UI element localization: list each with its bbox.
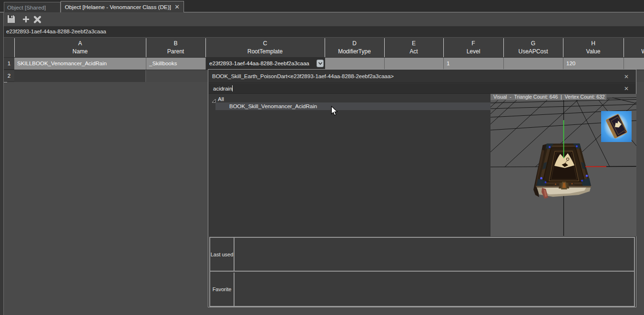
cell-act[interactable] bbox=[385, 58, 444, 70]
column-header-b[interactable]: B Parent bbox=[146, 38, 205, 58]
roottemplate-dropdown-button[interactable] bbox=[317, 60, 324, 67]
last-used-row[interactable]: Last used bbox=[210, 238, 634, 272]
tab-label: Object [Helaene - Venomancer Class (DE)] bbox=[65, 4, 171, 10]
preview-viewport[interactable]: Visual - Triangle Count: 646 | Vertex Co… bbox=[491, 94, 636, 236]
search-value: acidrain bbox=[213, 86, 232, 91]
tree-item-acidrain[interactable]: BOOK_Skill_Venomancer_AcidRain bbox=[215, 102, 491, 110]
cell-useapcost[interactable] bbox=[504, 58, 563, 70]
column-divider bbox=[384, 38, 385, 58]
row-header-1[interactable]: 1 bbox=[4, 58, 14, 70]
cell-modifiertype[interactable] bbox=[325, 58, 385, 70]
column-divider bbox=[563, 38, 563, 58]
column-header-h[interactable]: H Value bbox=[563, 38, 624, 58]
cell-weight[interactable] bbox=[624, 58, 644, 70]
column-header-e[interactable]: E Act bbox=[384, 38, 443, 58]
tab-label: Object [Shared] bbox=[7, 4, 46, 10]
table-row-1: SKILLBOOK_Venomancer_AcidRain _Skillbook… bbox=[14, 58, 644, 70]
column-divider bbox=[443, 38, 444, 58]
left-edge-strip bbox=[0, 13, 4, 315]
formula-value: e23f2893-1aef-44aa-8288-2eebf2a3caaa bbox=[6, 29, 106, 34]
column-divider bbox=[146, 38, 146, 58]
cell-level[interactable]: 1 bbox=[444, 58, 504, 70]
tab-object-shared[interactable]: Object [Shared] bbox=[4, 2, 61, 12]
column-header-c[interactable]: C RootTemplate bbox=[205, 38, 325, 58]
favorite-row[interactable]: Favorite bbox=[210, 273, 634, 306]
tree-node-all[interactable]: All bbox=[209, 95, 491, 103]
column-divider bbox=[624, 38, 624, 58]
tab-close-icon[interactable]: ✕ bbox=[174, 4, 180, 10]
popup-close-icon[interactable]: ✕ bbox=[624, 74, 629, 80]
save-icon[interactable] bbox=[7, 15, 15, 25]
column-header-g[interactable]: G UseAPCost bbox=[503, 38, 563, 58]
roottemplate-picker-popup: BOOK_Skill_Earth_PoisonDart<e23f2893-1ae… bbox=[208, 69, 636, 307]
grid-corner-cell[interactable] bbox=[4, 38, 14, 58]
column-header-f[interactable]: F Level bbox=[443, 38, 503, 58]
column-header-row: A Name B Parent C RootTemplate D Modifie… bbox=[4, 37, 644, 58]
popup-search-input[interactable]: acidrain bbox=[209, 83, 635, 94]
last-used-label: Last used bbox=[210, 238, 235, 271]
search-clear-icon[interactable]: ✕ bbox=[624, 86, 629, 91]
tab-bar: Object [Shared] Object [Helaene - Venoma… bbox=[0, 0, 644, 12]
cell-parent[interactable]: _Skillbooks bbox=[146, 58, 206, 70]
viewport-canvas bbox=[491, 94, 636, 236]
viewport-header: Visual - Triangle Count: 646 | Vertex Co… bbox=[491, 94, 606, 100]
item-thumbnail bbox=[601, 111, 632, 142]
column-divider bbox=[205, 38, 206, 58]
favorite-label: Favorite bbox=[210, 273, 235, 306]
column-header-a[interactable]: A Name bbox=[14, 38, 146, 58]
row-header-2[interactable]: 2 bbox=[4, 70, 14, 82]
cell-roottemplate[interactable]: e23f2893-1aef-44aa-8288-2eebf2a3caaa bbox=[206, 58, 325, 70]
popup-bottom-panel: Last used Favorite bbox=[209, 237, 635, 307]
delete-row-icon[interactable] bbox=[33, 16, 41, 25]
column-header-i[interactable]: I Weight bbox=[624, 38, 644, 58]
column-header-d[interactable]: D ModifierType bbox=[325, 38, 384, 58]
tab-object-helaene[interactable]: Object [Helaene - Venomancer Class (DE)]… bbox=[61, 1, 184, 12]
add-row-icon[interactable] bbox=[22, 16, 30, 25]
cell-name-empty[interactable] bbox=[14, 70, 146, 82]
template-tree: All BOOK_Skill_Venomancer_AcidRain bbox=[209, 94, 491, 236]
cell-value[interactable]: 120 bbox=[563, 58, 624, 70]
row-divider-tick bbox=[4, 82, 7, 82]
column-divider bbox=[325, 38, 325, 58]
formula-bar[interactable]: e23f2893-1aef-44aa-8288-2eebf2a3caaa bbox=[4, 26, 644, 37]
text-caret bbox=[232, 85, 233, 91]
editor-window: Object [Shared] Object [Helaene - Venoma… bbox=[0, 0, 644, 315]
popup-current-selection: BOOK_Skill_Earth_PoisonDart<e23f2893-1ae… bbox=[209, 70, 635, 83]
cell-name[interactable]: SKILLBOOK_Venomancer_AcidRain bbox=[14, 58, 146, 70]
toolbar bbox=[4, 13, 644, 26]
mouse-cursor bbox=[331, 106, 338, 118]
column-divider bbox=[503, 38, 504, 58]
column-divider bbox=[14, 38, 15, 58]
